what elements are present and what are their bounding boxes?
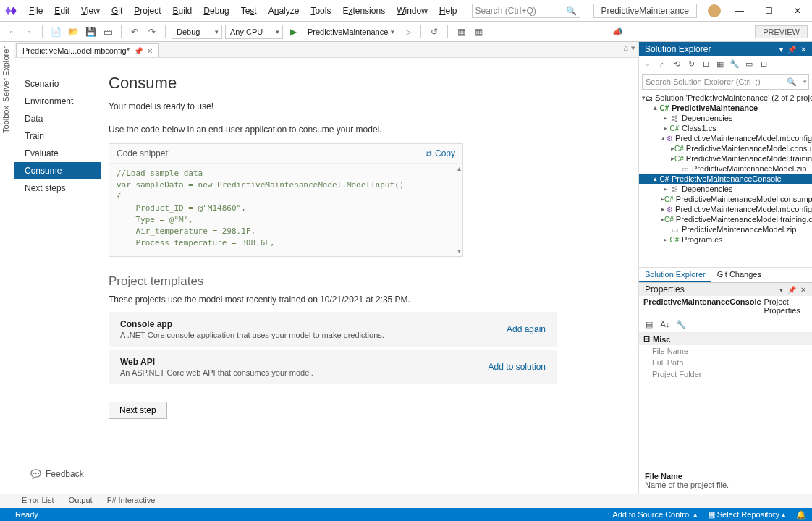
sidebar-item-scenario[interactable]: Scenario bbox=[14, 75, 101, 93]
tree-item-zip[interactable]: ▭PredictiveMaintenanceModel.zip bbox=[639, 164, 812, 174]
undo-button[interactable]: ↶ bbox=[127, 25, 142, 39]
menu-tools[interactable]: Tools bbox=[305, 3, 337, 19]
add-to-solution-link[interactable]: Add to solution bbox=[489, 362, 546, 372]
tree-item-cs[interactable]: ▸C#PredictiveMaintenanceModel.training.c… bbox=[639, 153, 812, 164]
pin-icon[interactable]: 📌 bbox=[134, 47, 143, 55]
sidebar-item-environment[interactable]: Environment bbox=[14, 93, 101, 110]
back-icon[interactable]: ◦ bbox=[642, 59, 654, 70]
tree-item-deps[interactable]: ▸⛓Dependencies bbox=[639, 184, 812, 194]
next-step-button[interactable]: Next step bbox=[109, 402, 167, 419]
open-button[interactable]: 📂 bbox=[66, 25, 80, 39]
tree-item-deps[interactable]: ▸⛓Dependencies bbox=[639, 113, 812, 123]
menu-analyze[interactable]: Analyze bbox=[263, 3, 305, 19]
start-target-dropdown[interactable]: PredictiveMaintenance bbox=[303, 25, 397, 39]
tree-item-cs[interactable]: ▸C#PredictiveMaintenanceModel.consumptio… bbox=[639, 143, 812, 153]
tab-solution-explorer[interactable]: Solution Explorer bbox=[639, 268, 711, 282]
scroll-up-icon[interactable]: ▴ bbox=[457, 164, 461, 172]
menu-extensions[interactable]: Extensions bbox=[337, 3, 391, 19]
preview-icon[interactable]: ▭ bbox=[743, 59, 755, 70]
sidebar-item-data[interactable]: Data bbox=[14, 110, 101, 127]
wrench-icon[interactable]: 🔧 bbox=[675, 318, 687, 330]
home-icon[interactable]: ⌂ bbox=[656, 59, 668, 70]
copy-button[interactable]: ⧉ Copy bbox=[426, 148, 455, 158]
alpha-icon[interactable]: A↓ bbox=[659, 318, 671, 330]
document-tab[interactable]: PredictiveMai...odel.mbconfig* 📌 ✕ bbox=[16, 43, 159, 57]
save-all-button[interactable]: 🗃 bbox=[101, 25, 115, 39]
add-again-link[interactable]: Add again bbox=[507, 324, 546, 334]
menu-window[interactable]: Window bbox=[391, 3, 434, 19]
menu-edit[interactable]: Edit bbox=[48, 3, 75, 19]
search-box[interactable]: Search (Ctrl+Q) 🔍 bbox=[472, 4, 580, 18]
sidebar-item-evaluate[interactable]: Evaluate bbox=[14, 145, 101, 162]
menu-test[interactable]: Test bbox=[235, 3, 263, 19]
redo-button[interactable]: ↷ bbox=[145, 25, 159, 39]
properties-category[interactable]: ⊟Misc bbox=[639, 333, 812, 345]
dropdown-icon[interactable]: ▾ bbox=[779, 286, 783, 294]
tree-item-cs[interactable]: ▸C#PredictiveMaintenanceModel.consumptio… bbox=[639, 194, 812, 204]
tool-button-2[interactable]: ▦ bbox=[471, 25, 486, 39]
step-button[interactable]: ↺ bbox=[427, 25, 441, 39]
dropdown-icon[interactable]: ▾ bbox=[803, 78, 807, 85]
collapse-icon[interactable]: ⊟ bbox=[700, 59, 711, 70]
sidebar-item-train[interactable]: Train bbox=[14, 127, 101, 145]
view-icon[interactable]: ⊞ bbox=[758, 59, 769, 70]
scroll-down-icon[interactable]: ▾ bbox=[457, 247, 461, 255]
show-all-icon[interactable]: ▦ bbox=[714, 59, 726, 70]
notifications-icon[interactable]: 🔔 bbox=[796, 510, 806, 520]
tree-item-cs[interactable]: ▸C#Program.cs bbox=[639, 234, 812, 245]
toolbox-tab[interactable]: Toolbox bbox=[1, 106, 12, 133]
prop-row[interactable]: File Name bbox=[639, 345, 812, 357]
dropdown-icon-2[interactable]: ▾ bbox=[631, 43, 635, 53]
platform-dropdown[interactable]: Any CPU bbox=[225, 25, 283, 39]
sidebar-item-consume[interactable]: Consume bbox=[14, 162, 101, 179]
tab-error-list[interactable]: Error List bbox=[14, 494, 62, 507]
code-body[interactable]: //Load sample data var sampleData = new … bbox=[109, 164, 462, 256]
tool-button[interactable]: ▦ bbox=[454, 25, 468, 39]
select-repository[interactable]: ▦ Select Repository ▴ bbox=[708, 510, 786, 520]
menu-project[interactable]: Project bbox=[128, 3, 166, 19]
tree-item-mbconfig[interactable]: ▴⚙PredictiveMaintenanceModel.mbconfig bbox=[639, 133, 812, 143]
solution-explorer-search[interactable]: Search Solution Explorer (Ctrl+;) 🔍 ▾ bbox=[642, 74, 809, 90]
pin-icon[interactable]: 📌 bbox=[787, 46, 796, 54]
project-node[interactable]: ▴C#PredictiveMaintenance bbox=[639, 103, 812, 113]
save-button[interactable]: 💾 bbox=[83, 25, 98, 39]
sync-icon[interactable]: ⟲ bbox=[671, 59, 682, 70]
close-button[interactable]: ✕ bbox=[787, 4, 808, 18]
menu-git[interactable]: Git bbox=[106, 3, 128, 19]
close-pane-icon[interactable]: ✕ bbox=[800, 46, 806, 54]
properties-icon[interactable]: 🔧 bbox=[729, 59, 740, 70]
config-dropdown[interactable]: Debug bbox=[172, 25, 222, 39]
feedback-link[interactable]: 💬 Feedback bbox=[30, 469, 84, 479]
tab-fsharp-interactive[interactable]: F# Interactive bbox=[100, 494, 163, 507]
tree-item-zip[interactable]: ▭PredictiveMaintenanceModel.zip bbox=[639, 224, 812, 234]
start-without-debug-icon[interactable]: ▷ bbox=[400, 25, 415, 39]
preview-button[interactable]: PREVIEW bbox=[755, 25, 808, 38]
minimize-button[interactable]: — bbox=[729, 4, 750, 18]
feedback-icon[interactable]: 📣 bbox=[612, 27, 623, 37]
close-pane-icon[interactable]: ✕ bbox=[800, 286, 806, 294]
menu-build[interactable]: Build bbox=[167, 3, 198, 19]
new-item-button[interactable]: 📄 bbox=[48, 25, 63, 39]
back-button[interactable]: ◦ bbox=[4, 25, 19, 39]
tree-item-mbconfig[interactable]: ▸⚙PredictiveMaintenanceModel.mbconfig bbox=[639, 204, 812, 214]
user-avatar-icon[interactable] bbox=[708, 4, 721, 17]
start-debug-icon[interactable]: ▶ bbox=[286, 25, 300, 39]
tree-item-cs[interactable]: ▸C#PredictiveMaintenanceModel.training.c… bbox=[639, 214, 812, 224]
tree-item-cs[interactable]: ▸C#Class1.cs bbox=[639, 123, 812, 133]
menu-help[interactable]: Help bbox=[434, 3, 463, 19]
close-tab-icon[interactable]: ✕ bbox=[147, 47, 153, 55]
dropdown-icon[interactable]: ▾ bbox=[779, 46, 783, 54]
tab-output[interactable]: Output bbox=[62, 494, 100, 507]
refresh-icon[interactable]: ↻ bbox=[685, 59, 697, 70]
solution-root[interactable]: ▾🗂Solution 'PredictiveMaintenance' (2 of… bbox=[639, 93, 812, 103]
add-source-control[interactable]: ↑ Add to Source Control ▴ bbox=[606, 510, 697, 520]
prop-row[interactable]: Full Path bbox=[639, 357, 812, 368]
menu-file[interactable]: File bbox=[23, 3, 48, 19]
menu-view[interactable]: View bbox=[75, 3, 106, 19]
maximize-button[interactable]: ☐ bbox=[758, 4, 779, 18]
properties-object[interactable]: PredictiveMaintenanceConsole Project Pro… bbox=[639, 296, 812, 316]
categorized-icon[interactable]: ▤ bbox=[643, 318, 655, 330]
tab-git-changes[interactable]: Git Changes bbox=[711, 268, 767, 282]
menu-debug[interactable]: Debug bbox=[198, 3, 234, 19]
server-explorer-tab[interactable]: Server Explorer bbox=[1, 46, 12, 101]
